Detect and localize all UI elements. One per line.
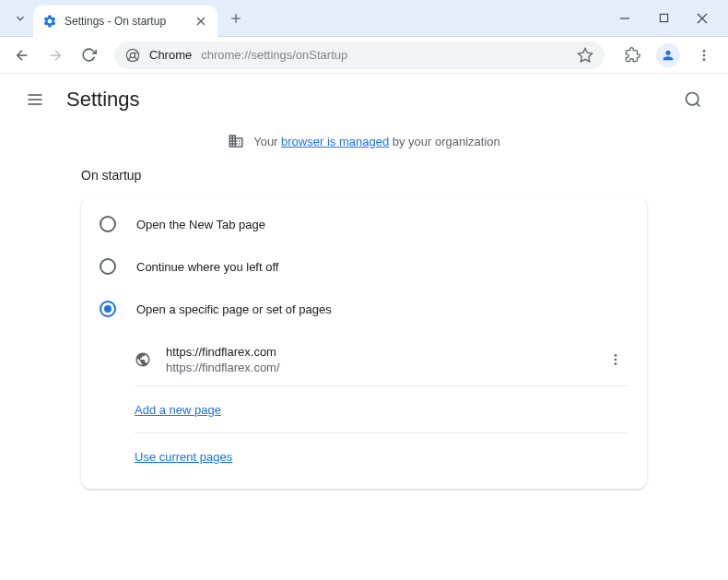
building-icon [228, 133, 244, 149]
close-window-button[interactable] [691, 7, 713, 30]
svg-point-18 [703, 58, 706, 61]
settings-gear-icon [42, 14, 57, 29]
managed-banner: Your browser is managed by your organiza… [0, 125, 728, 157]
radio-icon [100, 258, 116, 275]
managed-text: Your browser is managed by your organiza… [253, 135, 500, 148]
svg-line-23 [697, 103, 700, 107]
svg-point-11 [130, 53, 135, 57]
omnibox-origin-label: Chrome [149, 48, 192, 62]
radio-icon [100, 301, 116, 317]
startup-page-row: https://findflarex.com https://findflare… [135, 334, 628, 386]
section-title: On startup [81, 168, 647, 183]
svg-point-17 [703, 53, 706, 56]
window-controls [614, 7, 721, 30]
extensions-button[interactable] [619, 42, 645, 68]
managed-link[interactable]: browser is managed [281, 135, 389, 148]
forward-button[interactable] [41, 41, 70, 70]
minimize-button[interactable] [614, 7, 636, 30]
hamburger-menu-button[interactable] [18, 83, 52, 116]
back-button[interactable] [7, 41, 37, 70]
maximize-button[interactable] [652, 7, 675, 30]
use-current-link[interactable]: Use current pages [135, 450, 232, 464]
browser-tab[interactable]: Settings - On startup [33, 6, 217, 37]
chrome-logo-icon [125, 48, 140, 63]
close-tab-icon[interactable] [194, 14, 208, 29]
menu-button[interactable] [691, 42, 717, 68]
page-title: Settings [66, 88, 140, 112]
page-more-button[interactable] [603, 347, 628, 373]
reload-button[interactable] [74, 41, 103, 70]
radio-new-tab[interactable]: Open the New Tab page [81, 203, 647, 245]
bookmark-star-icon[interactable] [577, 47, 593, 64]
startup-card: Open the New Tab page Continue where you… [81, 197, 647, 489]
address-bar[interactable]: Chrome chrome://settings/onStartup [114, 41, 605, 69]
svg-rect-5 [660, 14, 667, 21]
globe-icon [135, 351, 151, 368]
window-titlebar: Settings - On startup [0, 0, 728, 37]
radio-icon [100, 216, 116, 232]
radio-specific-pages[interactable]: Open a specific page or set of pages [81, 288, 647, 330]
radio-continue[interactable]: Continue where you left off [81, 245, 647, 288]
new-tab-button[interactable] [223, 6, 249, 31]
radio-label: Continue where you left off [136, 260, 278, 274]
svg-point-25 [615, 359, 617, 361]
svg-marker-15 [579, 48, 593, 61]
radio-label: Open a specific page or set of pages [136, 302, 332, 316]
tab-search-button[interactable] [7, 6, 33, 31]
svg-point-16 [703, 50, 706, 53]
tab-title: Settings - On startup [65, 15, 186, 28]
svg-point-26 [615, 362, 617, 365]
page-url: https://findflarex.com [166, 345, 588, 359]
radio-label: Open the New Tab page [136, 218, 265, 231]
page-full-url: https://findflarex.com/ [166, 361, 588, 374]
search-settings-button[interactable] [676, 83, 710, 116]
svg-point-24 [615, 354, 617, 357]
omnibox-url: chrome://settings/onStartup [201, 48, 568, 62]
add-page-link[interactable]: Add a new page [135, 403, 221, 417]
svg-point-22 [687, 93, 699, 105]
profile-button[interactable] [656, 43, 680, 67]
settings-header: Settings [0, 74, 728, 125]
browser-toolbar: Chrome chrome://settings/onStartup [0, 37, 728, 74]
